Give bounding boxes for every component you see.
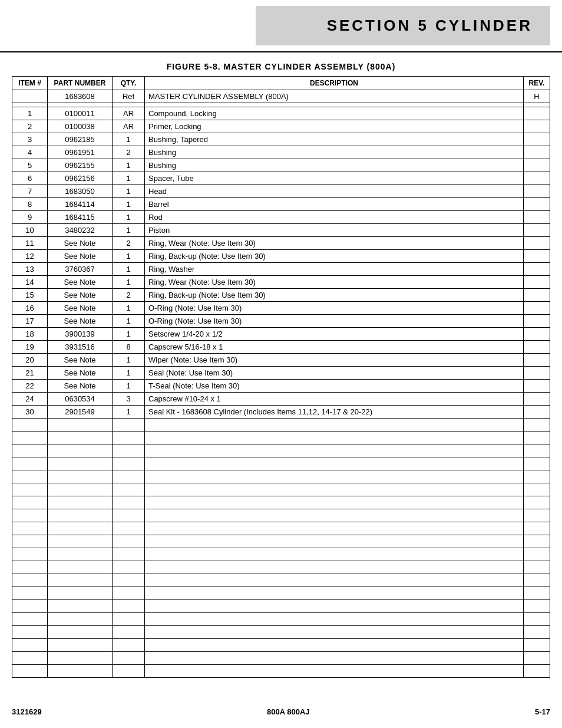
cell-empty [524,587,550,600]
cell-empty [145,652,524,665]
cell-item: 15 [12,289,48,302]
table-row-empty [12,652,550,665]
cell-empty [113,457,145,470]
cell-empty [48,483,113,496]
cell-item: 21 [12,367,48,380]
cell-empty [12,561,48,574]
col-header-part: PART NUMBER [48,77,113,90]
table-row-empty [12,444,550,457]
cell-rev [524,341,550,354]
cell-empty [524,431,550,444]
cell-empty [48,574,113,587]
cell-empty [145,444,524,457]
cell-description: Ring, Washer [145,263,524,276]
cell-description: Head [145,185,524,198]
page-header: SECTION 5 CYLINDER [0,0,562,52]
cell-qty: AR [113,120,145,133]
cell-description: Capscrew 5/16-18 x 1 [145,341,524,354]
cell-empty [113,535,145,548]
cell-item: 19 [12,341,48,354]
cell-item: 22 [12,380,48,393]
cell-empty [113,431,145,444]
cell-empty [12,509,48,522]
cell-qty: 1 [113,276,145,289]
cell-empty [12,613,48,626]
cell-empty [524,574,550,587]
cell-empty [145,419,524,431]
cell-part: 3900139 [48,328,113,341]
cell-empty [145,587,524,600]
cell-empty [145,535,524,548]
cell-empty [12,600,48,613]
cell-empty [12,587,48,600]
cell-qty: 2 [113,146,145,159]
cell-item: 18 [12,328,48,341]
table-row: 609621561Spacer, Tube [12,172,550,185]
cell-empty [48,587,113,600]
cell-qty: 1 [113,185,145,198]
cell-empty [48,561,113,574]
table-row: 22See Note1T-Seal (Note: Use Item 30) [12,380,550,393]
parts-table: ITEM # PART NUMBER QTY. DESCRIPTION REV.… [12,76,550,678]
cell-empty [48,626,113,639]
cell-rev [524,276,550,289]
cell-empty [524,483,550,496]
cell-description: O-Ring (Note: Use Item 30) [145,302,524,315]
cell-empty [113,665,145,678]
cell-empty [113,444,145,457]
cell-rev [524,146,550,159]
cell-part: 0100011 [48,107,113,120]
cell-empty [48,419,113,431]
cell-qty: 1 [113,406,145,419]
cell-item: 24 [12,393,48,406]
cell-empty [524,509,550,522]
cell-empty [48,431,113,444]
section-title: SECTION 5 CYLINDER [256,6,550,45]
cell-empty [12,535,48,548]
cell-item: 7 [12,185,48,198]
cell-empty [113,483,145,496]
cell-empty [145,665,524,678]
cell-item: 17 [12,315,48,328]
table-row: 11See Note2Ring, Wear (Note: Use Item 30… [12,237,550,250]
cell-item: 8 [12,198,48,211]
cell-part: 0630534 [48,393,113,406]
cell-empty [12,652,48,665]
cell-description: Compound, Locking [145,107,524,120]
cell-description: Ring, Wear (Note: Use Item 30) [145,276,524,289]
cell-empty [524,470,550,483]
table-row-empty [12,600,550,613]
table-row: 309621851Bushing, Tapered [12,133,550,146]
cell-item: 20 [12,354,48,367]
cell-part: 3760367 [48,263,113,276]
cell-part: 3931516 [48,341,113,354]
cell-part: 1684114 [48,198,113,211]
cell-part: 0961951 [48,146,113,159]
cell-empty [12,496,48,509]
cell-empty [113,639,145,652]
table-row-empty [12,639,550,652]
cell-empty [12,470,48,483]
cell-qty: 1 [113,367,145,380]
cell-empty [113,626,145,639]
table-row: 14See Note1Ring, Wear (Note: Use Item 30… [12,276,550,289]
cell-qty: 2 [113,237,145,250]
cell-qty: 2 [113,289,145,302]
cell-empty [145,626,524,639]
cell-empty [145,548,524,561]
cell-qty: 1 [113,380,145,393]
col-header-item: ITEM # [12,77,48,90]
cell-description: Seal (Note: Use Item 30) [145,367,524,380]
cell-empty [12,665,48,678]
cell-part: 3480232 [48,224,113,237]
cell-item: 3 [12,133,48,146]
cell-empty [524,613,550,626]
cell-empty [145,522,524,535]
cell-description: Ring, Back-up (Note: Use Item 30) [145,289,524,302]
cell-empty [12,626,48,639]
cell-part: See Note [48,315,113,328]
table-row-empty [12,470,550,483]
cell-part: 0962155 [48,159,113,172]
cell-empty [524,522,550,535]
cell-empty [524,444,550,457]
